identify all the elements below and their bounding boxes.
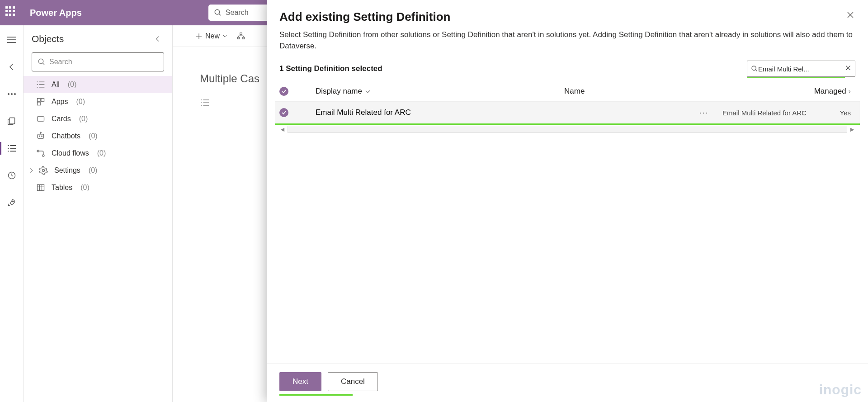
search-icon — [214, 9, 222, 17]
svg-rect-25 — [38, 99, 41, 102]
add-setting-panel: Add existing Setting Definition Select S… — [267, 0, 868, 402]
tree-label: Tables — [52, 184, 72, 192]
cell-display-name: Email Multi Related for ARC — [316, 108, 564, 117]
svg-point-0 — [215, 9, 220, 14]
svg-line-1 — [219, 14, 221, 15]
row-menu-button[interactable]: ⋯ — [564, 107, 722, 118]
svg-point-32 — [39, 136, 40, 137]
clear-search-button[interactable] — [845, 65, 851, 73]
rail-tree-icon[interactable] — [5, 141, 19, 156]
objects-search[interactable]: Search — [32, 52, 164, 71]
cell-managed: Yes — [810, 109, 855, 117]
objects-header: Objects — [24, 25, 172, 51]
collapse-chevron-icon[interactable] — [154, 34, 161, 44]
panel-search[interactable] — [747, 61, 855, 77]
panel-search-input[interactable] — [758, 65, 845, 73]
col-label: Display name — [316, 87, 362, 96]
rail-history-icon[interactable] — [5, 168, 19, 183]
rail-rocket-icon[interactable] — [5, 195, 19, 210]
results-grid: Display name Name Managed › Email Multi … — [267, 81, 868, 133]
svg-rect-28 — [38, 117, 44, 121]
tree-item-cloud-flows[interactable]: Cloud flows (0) — [24, 145, 172, 162]
list-outline-icon — [200, 99, 210, 107]
svg-point-7 — [14, 93, 16, 95]
tree-count: (0) — [79, 115, 88, 123]
search-icon — [38, 58, 46, 66]
close-button[interactable] — [845, 10, 855, 22]
svg-rect-43 — [240, 33, 242, 34]
rail-back[interactable] — [5, 60, 19, 74]
list-icon — [36, 80, 45, 89]
svg-rect-27 — [38, 102, 41, 105]
check-circle-icon — [279, 108, 288, 117]
svg-point-33 — [42, 136, 42, 137]
panel-description: Select Setting Definition from other sol… — [267, 28, 868, 59]
col-managed[interactable]: Managed › — [810, 87, 855, 96]
check-circle-icon — [279, 87, 288, 96]
tree-item-chatbots[interactable]: Chatbots (0) — [24, 128, 172, 145]
rail-more[interactable] — [5, 87, 19, 101]
cmd-org[interactable] — [237, 32, 245, 40]
svg-rect-29 — [38, 134, 43, 138]
tree-count: (0) — [80, 184, 90, 192]
table-icon — [36, 183, 45, 192]
svg-point-58 — [752, 66, 756, 70]
col-display-name[interactable]: Display name — [316, 87, 564, 96]
svg-point-36 — [42, 170, 45, 172]
chevron-down-icon — [222, 33, 228, 39]
next-button[interactable]: Next — [279, 372, 321, 391]
tree-count: (0) — [89, 166, 98, 175]
chatbot-icon — [36, 132, 45, 141]
tree-count: (0) — [97, 149, 106, 157]
tree-label: Apps — [52, 98, 68, 106]
rail-pages-icon[interactable] — [5, 114, 19, 128]
cmd-new-label: New — [205, 32, 220, 40]
selection-count: 1 Setting Definition selected — [279, 64, 382, 73]
highlight-underline — [301, 123, 536, 125]
flow-icon — [36, 149, 45, 158]
tree-item-all[interactable]: All (0) — [24, 76, 172, 93]
apps-icon — [36, 97, 45, 106]
tree-item-apps[interactable]: Apps (0) — [24, 93, 172, 110]
cancel-button[interactable]: Cancel — [328, 372, 378, 391]
svg-rect-26 — [41, 99, 44, 102]
left-rail — [0, 25, 24, 402]
svg-rect-45 — [242, 37, 245, 39]
objects-panel: Objects Search All (0) Apps (0) Cards (0… — [24, 25, 173, 402]
scroll-left-arrow[interactable]: ◄ — [279, 126, 286, 133]
col-label: Managed — [814, 87, 846, 95]
rail-hamburger[interactable] — [5, 33, 19, 47]
tree-item-settings[interactable]: Settings (0) — [24, 162, 172, 179]
svg-point-5 — [8, 93, 9, 95]
cmd-new[interactable]: New — [195, 32, 228, 40]
tree-label: Cloud flows — [52, 149, 89, 157]
svg-point-35 — [42, 155, 44, 156]
horizontal-scroll[interactable]: ◄ ► — [275, 125, 860, 133]
objects-search-placeholder: Search — [49, 58, 72, 66]
svg-line-59 — [755, 70, 757, 71]
header-search-placeholder: Search — [226, 9, 249, 17]
svg-rect-8 — [9, 118, 15, 124]
col-name[interactable]: Name — [564, 87, 722, 96]
svg-point-34 — [37, 150, 39, 152]
tree-label: All — [52, 80, 60, 89]
tree-count: (0) — [76, 98, 85, 106]
cards-icon — [36, 114, 45, 123]
grid-header: Display name Name Managed › — [275, 81, 860, 102]
tree-item-tables[interactable]: Tables (0) — [24, 179, 172, 196]
svg-line-18 — [42, 63, 44, 65]
row-checkbox[interactable] — [279, 108, 316, 117]
svg-point-16 — [12, 201, 14, 202]
grid-row[interactable]: Email Multi Related for ARC ⋯ Email Mult… — [275, 102, 860, 125]
cell-name: Email Multi Related for ARC — [722, 109, 810, 117]
svg-rect-37 — [38, 184, 44, 190]
watermark: inogic — [819, 382, 862, 397]
scroll-track[interactable] — [288, 126, 847, 133]
waffle-icon[interactable] — [5, 6, 18, 19]
scroll-right-arrow[interactable]: ► — [849, 126, 855, 133]
svg-point-17 — [38, 59, 43, 64]
tree-item-cards[interactable]: Cards (0) — [24, 110, 172, 128]
select-all-checkbox[interactable] — [279, 87, 316, 96]
close-icon — [845, 65, 851, 71]
close-icon — [846, 11, 854, 19]
